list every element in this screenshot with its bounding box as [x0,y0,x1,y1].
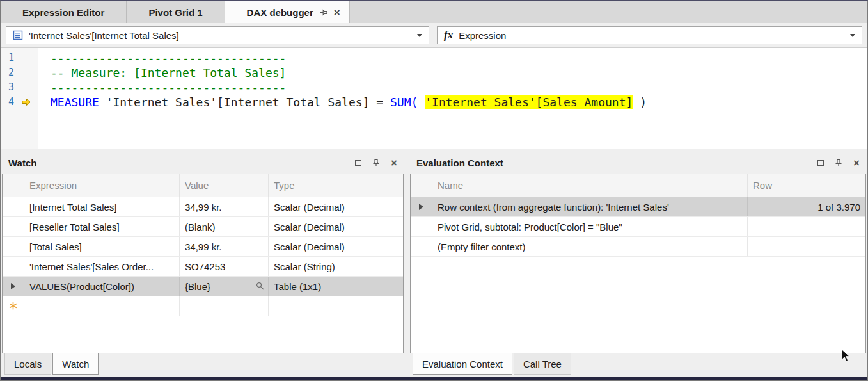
watch-type-cell: Scalar (Decimal) [269,197,403,216]
current-statement-arrow-icon [22,98,31,106]
watch-panel: Watch × Expression Value Type [Internet … [2,152,404,377]
evaluation-context-panel: Evaluation Context × Name Row Row contex… [410,152,866,377]
pin-icon[interactable] [835,159,842,167]
pin-icon[interactable] [320,8,327,17]
watch-grid: Expression Value Type [Internet Total Sa… [2,174,404,353]
eval-tab-evaluation-context[interactable]: Evaluation Context [413,353,512,375]
expression-column-header: Expression [24,174,180,197]
watch-grid-header: Expression Value Type [3,174,403,197]
evaluation-context-title: Evaluation Context [416,158,503,168]
expression-combo-value: Expression [459,30,506,41]
watch-rows: [Internet Total Sales]34,99 kr.Scalar (D… [3,197,403,316]
maximize-icon[interactable] [355,160,361,166]
watch-value-cell[interactable]: SO74253 [180,257,269,276]
context-row-cell [748,237,865,256]
current-row-arrow-icon [11,283,15,289]
watch-expression-cell[interactable]: VALUES(Product[Color]) [24,277,180,296]
watch-row[interactable]: [Total Sales]34,99 kr.Scalar (Decimal) [3,237,403,257]
close-icon[interactable]: × [334,7,340,18]
line-number: 1 [1,51,14,65]
evaluation-context-row[interactable]: Pivot Grid, subtotal: Product[Color] = "… [411,217,865,237]
editor-gutter: 4 [1,95,38,109]
watch-tab-locals[interactable]: Locals [4,353,51,375]
row-marker-cell [3,257,24,276]
watch-expression-cell[interactable]: 'Internet Sales'[Sales Order... [24,257,180,276]
watch-panel-controls: × [355,158,397,168]
name-column-header: Name [432,174,748,197]
watch-panel-titlebar: Watch × [2,152,404,174]
watch-type-cell: Scalar (Decimal) [269,217,403,236]
watch-row[interactable]: 'Internet Sales'[Sales Order...SO74253Sc… [3,257,403,277]
watch-type-cell: Scalar (String) [269,257,403,276]
editor-gutter: 2 [1,65,38,80]
magnifier-icon[interactable] [256,281,264,292]
watch-value-cell[interactable]: {Blue} [180,277,269,296]
line-number: 3 [1,80,14,95]
new-watch-star-icon [9,301,17,312]
code-line: 4MEASURE 'Internet Sales'[Internet Total… [1,95,867,109]
code-text: -- Measure: [Internet Total Sales] [38,65,286,80]
code-line: 2-- Measure: [Internet Total Sales] [1,65,867,80]
evaluation-context-grid: Name Row Row context (from aggregate fun… [410,174,866,353]
chevron-down-icon[interactable] [850,34,855,37]
close-icon[interactable]: × [391,158,397,168]
eval-tab-call-tree[interactable]: Call Tree [514,353,571,375]
maximize-icon[interactable] [817,160,824,166]
type-column-header: Type [269,174,403,197]
toolbar: 'Internet Sales'[Internet Total Sales] f… [1,23,867,47]
tab-bar: Expression EditorPivot Grid 1DAX debugge… [1,1,867,23]
close-icon[interactable]: × [853,158,860,168]
watch-value-cell[interactable]: 34,99 kr. [180,237,269,256]
context-row-cell [748,217,865,236]
fx-icon: fx [444,29,453,42]
watch-tab-watch[interactable]: Watch [52,353,99,375]
tab-dax-debugger[interactable]: DAX debugger× [225,1,350,23]
tab-pivot-grid-1[interactable]: Pivot Grid 1 [127,1,225,23]
code-line: 3---------------------------------- [1,80,867,95]
context-name-cell[interactable]: Pivot Grid, subtotal: Product[Color] = "… [432,217,748,236]
evaluation-context-row[interactable]: (Empty filter context) [411,237,865,257]
context-name-cell[interactable]: Row context (from aggregate function): '… [432,197,748,216]
code-editor[interactable]: 1----------------------------------2-- M… [1,47,867,149]
code-text: MEASURE 'Internet Sales'[Internet Total … [38,95,647,109]
code-text: ---------------------------------- [38,80,286,95]
row-marker-cell [3,197,24,216]
evaluation-context-controls: × [817,158,860,168]
expression-combo[interactable]: fx Expression [437,26,862,44]
pin-icon[interactable] [372,159,380,167]
context-name-cell[interactable]: (Empty filter context) [432,237,748,256]
watch-panel-title: Watch [8,158,36,168]
watch-value-cell[interactable]: (Blank) [180,217,269,236]
line-number: 2 [1,65,14,80]
watch-expression-cell[interactable]: [Total Sales] [24,237,180,256]
watch-expression-cell[interactable]: [Internet Total Sales] [24,197,180,216]
watch-value-cell[interactable] [180,296,269,316]
value-column-header: Value [180,174,269,197]
row-marker-cell [3,237,24,256]
watch-type-cell: Table (1x1) [269,277,403,296]
watch-value-cell[interactable]: 34,99 kr. [180,197,269,216]
marker-column-header [3,174,24,197]
watch-row[interactable]: [Reseller Total Sales](Blank)Scalar (Dec… [3,217,403,237]
measure-combo[interactable]: 'Internet Sales'[Internet Total Sales] [6,26,429,44]
watch-type-cell: Scalar (Decimal) [269,237,403,256]
window-bottom-edge [1,377,867,380]
watch-expression-cell[interactable] [24,296,180,316]
row-marker-cell [411,237,432,256]
line-number: 4 [1,95,14,109]
evaluation-context-titlebar: Evaluation Context × [410,152,866,174]
tab-label: Pivot Grid 1 [148,7,202,18]
watch-row[interactable]: [Internet Total Sales]34,99 kr.Scalar (D… [3,197,403,217]
tab-expression-editor[interactable]: Expression Editor [1,1,127,23]
tab-label: Expression Editor [22,7,104,18]
editor-gutter: 3 [1,80,38,95]
evaluation-context-grid-header: Name Row [411,174,865,197]
watch-row[interactable] [3,296,403,316]
tool-panels: Watch × Expression Value Type [Internet … [1,149,867,377]
marker-column-header [411,174,432,197]
evaluation-context-row[interactable]: Row context (from aggregate function): '… [411,197,865,217]
eval-rows: Row context (from aggregate function): '… [411,197,865,257]
watch-row[interactable]: VALUES(Product[Color]){Blue}Table (1x1) [3,277,403,296]
watch-expression-cell[interactable]: [Reseller Total Sales] [24,217,180,236]
chevron-down-icon[interactable] [417,34,422,37]
